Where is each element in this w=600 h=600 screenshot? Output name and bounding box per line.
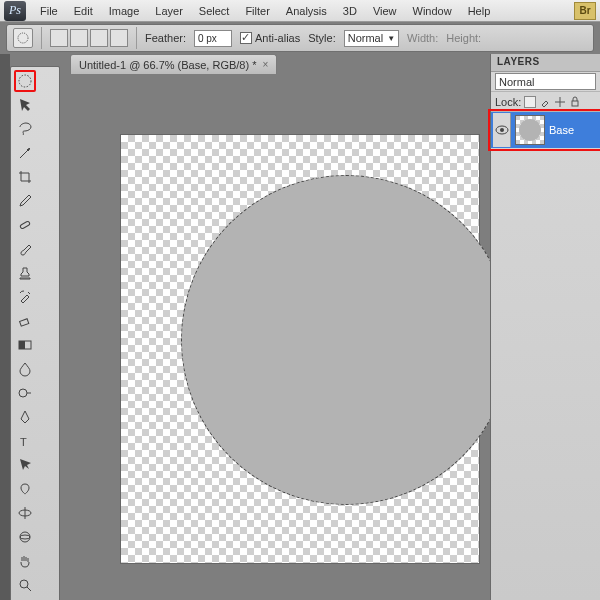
workspace: Untitled-1 @ 66.7% (Base, RGB/8) * × T ⤺ xyxy=(0,54,600,600)
canvas-area xyxy=(70,74,480,600)
svg-point-11 xyxy=(20,535,30,539)
layer-row-base[interactable]: Base xyxy=(491,112,600,148)
crop-tool[interactable] xyxy=(14,166,36,188)
tool-preset-icon[interactable] xyxy=(13,28,33,48)
svg-rect-17 xyxy=(572,101,578,106)
layer-thumbnail[interactable] xyxy=(515,115,545,145)
menu-analysis[interactable]: Analysis xyxy=(278,0,335,22)
menu-3d[interactable]: 3D xyxy=(335,0,365,22)
elliptical-marquee-tool[interactable] xyxy=(14,70,36,92)
layers-panel-tab[interactable]: LAYERS xyxy=(491,54,600,72)
lock-all-icon[interactable] xyxy=(569,96,581,108)
svg-rect-3 xyxy=(20,221,31,229)
toolbox: T ⤺ xyxy=(10,66,60,600)
menu-help[interactable]: Help xyxy=(460,0,499,22)
menu-filter[interactable]: Filter xyxy=(237,0,277,22)
blend-mode-row: Normal xyxy=(491,72,600,92)
lock-move-icon[interactable] xyxy=(554,96,566,108)
menubar: Ps File Edit Image Layer Select Filter A… xyxy=(0,0,600,22)
move-tool[interactable] xyxy=(14,94,36,116)
hand-tool[interactable] xyxy=(14,550,36,572)
style-label: Style: xyxy=(308,32,336,44)
document-tab[interactable]: Untitled-1 @ 66.7% (Base, RGB/8) * × xyxy=(70,54,277,74)
feather-label: Feather: xyxy=(145,32,186,44)
menu-select[interactable]: Select xyxy=(191,0,238,22)
eyedropper-tool[interactable] xyxy=(14,190,36,212)
lock-brush-icon[interactable] xyxy=(539,96,551,108)
menu-edit[interactable]: Edit xyxy=(66,0,101,22)
dock-edge xyxy=(0,54,10,600)
dodge-tool[interactable] xyxy=(14,382,36,404)
svg-point-10 xyxy=(20,532,30,542)
close-icon[interactable]: × xyxy=(262,59,268,70)
menu-image[interactable]: Image xyxy=(101,0,148,22)
shape-tool[interactable] xyxy=(14,478,36,500)
antialias-checkbox[interactable]: Anti-alias xyxy=(240,32,300,44)
svg-rect-4 xyxy=(20,319,29,326)
bridge-button[interactable]: Br xyxy=(574,2,596,20)
app-logo: Ps xyxy=(4,1,26,21)
path-select-tool[interactable] xyxy=(14,454,36,476)
chevron-down-icon: ▼ xyxy=(387,34,395,43)
document-canvas[interactable] xyxy=(120,134,480,564)
selection-mode-group[interactable] xyxy=(50,29,128,47)
pen-tool[interactable] xyxy=(14,406,36,428)
visibility-icon[interactable] xyxy=(493,113,511,147)
svg-rect-6 xyxy=(19,341,25,349)
gradient-tool[interactable] xyxy=(14,334,36,356)
svg-point-7 xyxy=(19,389,27,397)
subtract-selection-icon[interactable] xyxy=(90,29,108,47)
healing-tool[interactable] xyxy=(14,214,36,236)
add-selection-icon[interactable] xyxy=(70,29,88,47)
options-bar: Feather: Anti-alias Style: Normal ▼ Widt… xyxy=(0,22,600,54)
menu-layer[interactable]: Layer xyxy=(147,0,191,22)
feather-input[interactable] xyxy=(194,30,232,47)
type-tool[interactable]: T xyxy=(14,430,36,452)
width-label: Width: xyxy=(407,32,438,44)
menu-view[interactable]: View xyxy=(365,0,405,22)
menu-window[interactable]: Window xyxy=(405,0,460,22)
history-brush-tool[interactable] xyxy=(14,286,36,308)
ellipse-selection xyxy=(181,175,511,505)
new-selection-icon[interactable] xyxy=(50,29,68,47)
brush-tool[interactable] xyxy=(14,238,36,260)
svg-point-0 xyxy=(18,33,28,43)
intersect-selection-icon[interactable] xyxy=(110,29,128,47)
eraser-tool[interactable] xyxy=(14,310,36,332)
lock-row: Lock: xyxy=(491,92,600,112)
zoom-tool[interactable] xyxy=(14,574,36,596)
svg-point-12 xyxy=(20,580,28,588)
3d-rotate-tool[interactable] xyxy=(14,502,36,524)
menu-file[interactable]: File xyxy=(32,0,66,22)
svg-point-1 xyxy=(19,75,31,87)
magic-wand-tool[interactable] xyxy=(14,142,36,164)
svg-point-19 xyxy=(500,128,504,132)
svg-point-2 xyxy=(28,148,30,150)
stamp-tool[interactable] xyxy=(14,262,36,284)
style-select[interactable]: Normal ▼ xyxy=(344,30,399,47)
height-label: Height: xyxy=(446,32,481,44)
layer-name[interactable]: Base xyxy=(549,124,598,136)
3d-orbit-tool[interactable] xyxy=(14,526,36,548)
blur-tool[interactable] xyxy=(14,358,36,380)
panels-dock: LAYERS Normal Lock: Base xyxy=(490,54,600,600)
lasso-tool[interactable] xyxy=(14,118,36,140)
check-icon xyxy=(240,32,252,44)
lock-transparency-icon[interactable] xyxy=(524,96,536,108)
blend-mode-select[interactable]: Normal xyxy=(495,73,596,90)
svg-text:T: T xyxy=(20,436,27,448)
